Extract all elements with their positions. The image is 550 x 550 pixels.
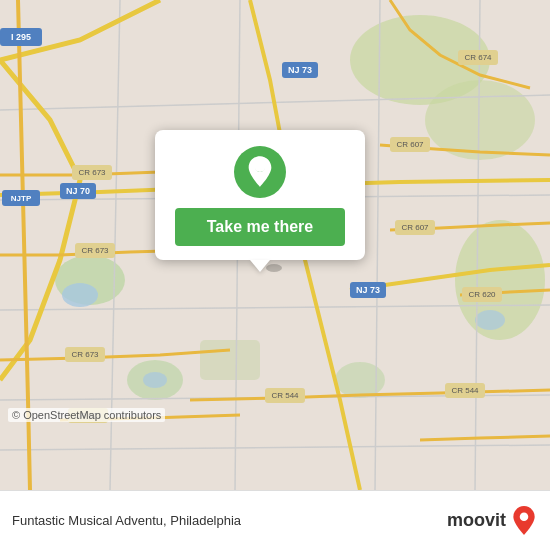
moovit-logo: moovit	[447, 505, 538, 537]
svg-text:CR 607: CR 607	[396, 140, 424, 149]
map-attribution: © OpenStreetMap contributors	[8, 408, 165, 422]
svg-text:CR 674: CR 674	[464, 53, 492, 62]
location-pin-icon	[246, 155, 274, 189]
svg-text:CR 607: CR 607	[401, 223, 429, 232]
svg-point-6	[335, 362, 385, 398]
svg-text:CR 673: CR 673	[71, 350, 99, 359]
svg-text:NJ 73: NJ 73	[356, 285, 380, 295]
svg-text:CR 673: CR 673	[81, 246, 109, 255]
svg-point-53	[520, 512, 529, 521]
map-pin-wrapper	[234, 146, 286, 198]
map-container: I 295 NJ 70 NJ 73 NJ 73 NJTP CR 673 CR 6…	[0, 0, 550, 490]
svg-point-10	[475, 310, 505, 330]
svg-point-8	[62, 283, 98, 307]
svg-text:NJTP: NJTP	[11, 194, 32, 203]
moovit-brand-text: moovit	[447, 510, 506, 531]
svg-text:NJ 70: NJ 70	[66, 186, 90, 196]
svg-text:CR 673: CR 673	[78, 168, 106, 177]
svg-text:CR 544: CR 544	[271, 391, 299, 400]
svg-text:CR 620: CR 620	[468, 290, 496, 299]
popup-card: Take me there	[155, 130, 365, 260]
svg-text:I 295: I 295	[11, 32, 31, 42]
bottom-bar: Funtastic Musical Adventu, Philadelphia …	[0, 490, 550, 550]
location-label: Funtastic Musical Adventu, Philadelphia	[12, 513, 447, 528]
svg-text:CR 544: CR 544	[451, 386, 479, 395]
svg-rect-7	[200, 340, 260, 380]
moovit-pin-icon	[510, 505, 538, 537]
take-me-there-button[interactable]: Take me there	[175, 208, 345, 246]
svg-point-9	[143, 372, 167, 388]
svg-text:NJ 73: NJ 73	[288, 65, 312, 75]
